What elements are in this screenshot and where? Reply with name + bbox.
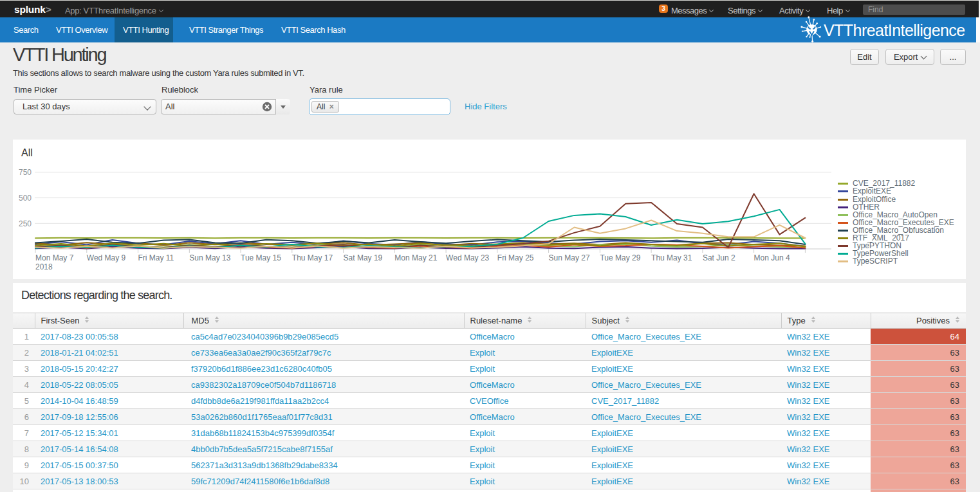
svg-text:Wed May 23: Wed May 23 (446, 253, 489, 262)
svg-text:Sat May 19: Sat May 19 (344, 253, 383, 262)
svg-text:Mon Jun 4: Mon Jun 4 (754, 253, 790, 262)
svg-text:Tue May 29: Tue May 29 (600, 253, 640, 262)
svg-text:Fri May 11: Fri May 11 (138, 253, 174, 262)
svg-text:750: 750 (19, 168, 32, 177)
svg-text:Thu May 31: Thu May 31 (651, 253, 692, 262)
svg-text:Tue May 15: Tue May 15 (241, 253, 281, 262)
svg-text:250: 250 (19, 219, 32, 228)
svg-text:Sun May 13: Sun May 13 (189, 253, 230, 262)
svg-text:Wed May 9: Wed May 9 (87, 253, 126, 262)
svg-text:Mon May 21: Mon May 21 (394, 253, 437, 262)
svg-text:Thu May 17: Thu May 17 (292, 253, 333, 262)
svg-text:Mon May 7: Mon May 7 (35, 253, 74, 262)
svg-text:Fri May 25: Fri May 25 (497, 253, 534, 262)
svg-text:Sat Jun 2: Sat Jun 2 (703, 253, 735, 262)
svg-text:500: 500 (19, 194, 32, 203)
svg-text:Sun May 27: Sun May 27 (549, 253, 590, 262)
svg-text:2018: 2018 (35, 262, 53, 271)
